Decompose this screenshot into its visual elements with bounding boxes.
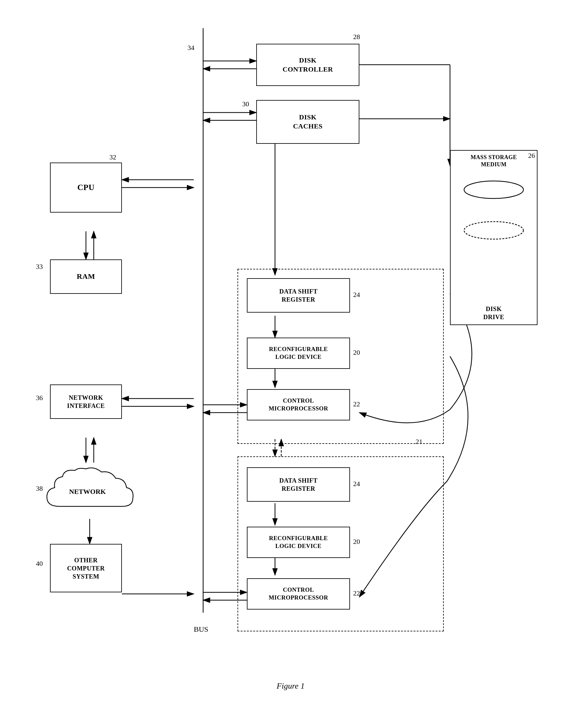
reconfigurable-logic-2-label: RECONFIGURABLELOGIC DEVICE xyxy=(269,535,328,550)
ref-33: 33 xyxy=(36,263,43,271)
disk-controller-label: DISKCONTROLLER xyxy=(283,56,333,74)
data-shift-register-1-box: DATA SHIFTREGISTER xyxy=(247,278,350,313)
ref-21: 21 xyxy=(416,438,422,446)
ref-36: 36 xyxy=(36,394,43,402)
control-microprocessor-1-label: CONTROLMICROPROCESSOR xyxy=(269,397,328,412)
reconfigurable-logic-1-label: RECONFIGURABLELOGIC DEVICE xyxy=(269,345,328,361)
other-computer-box: OTHERCOMPUTERSYSTEM xyxy=(50,544,122,592)
mass-storage-box: MASS STORAGEMEDIUM DISKDRIVE xyxy=(450,150,537,325)
ram-box: RAM xyxy=(50,259,122,294)
figure-caption: Figure 1 xyxy=(276,681,305,691)
diagram-container: DISKCONTROLLER 28 34 CPU 32 DISKCACHES 3… xyxy=(25,12,556,700)
ref-40: 40 xyxy=(36,560,43,568)
cpu-box: CPU xyxy=(50,162,122,212)
data-shift-register-1-label: DATA SHIFTREGISTER xyxy=(280,287,318,304)
network-interface-label: NETWORKINTERFACE xyxy=(67,393,105,410)
ref-28: 28 xyxy=(353,33,360,41)
cpu-label: CPU xyxy=(78,182,95,193)
ref-24-1: 24 xyxy=(353,291,360,299)
data-shift-register-2-box: DATA SHIFTREGISTER xyxy=(247,467,350,502)
bus-label: BUS xyxy=(194,625,208,633)
network-cloud: NETWORK xyxy=(41,466,134,519)
ref-22-2: 22 xyxy=(353,589,360,597)
ref-24-2: 24 xyxy=(353,480,360,488)
ref-30: 30 xyxy=(242,100,249,108)
ref-38: 38 xyxy=(36,485,43,493)
control-microprocessor-1-box: CONTROLMICROPROCESSOR xyxy=(247,389,350,420)
other-computer-label: OTHERCOMPUTERSYSTEM xyxy=(67,556,105,580)
svg-point-33 xyxy=(464,181,523,199)
disk-controller-box: DISKCONTROLLER xyxy=(256,44,359,86)
disk-caches-label: DISKCACHES xyxy=(293,113,323,131)
svg-point-34 xyxy=(464,222,523,239)
ram-label: RAM xyxy=(77,271,95,281)
control-microprocessor-2-box: CONTROLMICROPROCESSOR xyxy=(247,578,350,609)
ref-20-1: 20 xyxy=(353,348,360,357)
svg-text:NETWORK: NETWORK xyxy=(69,488,106,495)
ref-20-2: 20 xyxy=(353,538,360,546)
ref-22-1: 22 xyxy=(353,400,360,408)
reconfigurable-logic-2-box: RECONFIGURABLELOGIC DEVICE xyxy=(247,527,350,558)
reconfigurable-logic-1-box: RECONFIGURABLELOGIC DEVICE xyxy=(247,338,350,369)
data-shift-register-2-label: DATA SHIFTREGISTER xyxy=(280,476,318,493)
mass-storage-label: MASS STORAGEMEDIUM xyxy=(471,154,517,167)
ref-26: 26 xyxy=(528,152,535,160)
ref-32: 32 xyxy=(109,153,116,161)
network-interface-box: NETWORKINTERFACE xyxy=(50,385,122,419)
disk-caches-box: DISKCACHES xyxy=(256,100,359,144)
ref-34: 34 xyxy=(187,44,194,52)
control-microprocessor-2-label: CONTROLMICROPROCESSOR xyxy=(269,586,328,601)
disk-drive-label: DISKDRIVE xyxy=(483,305,504,321)
